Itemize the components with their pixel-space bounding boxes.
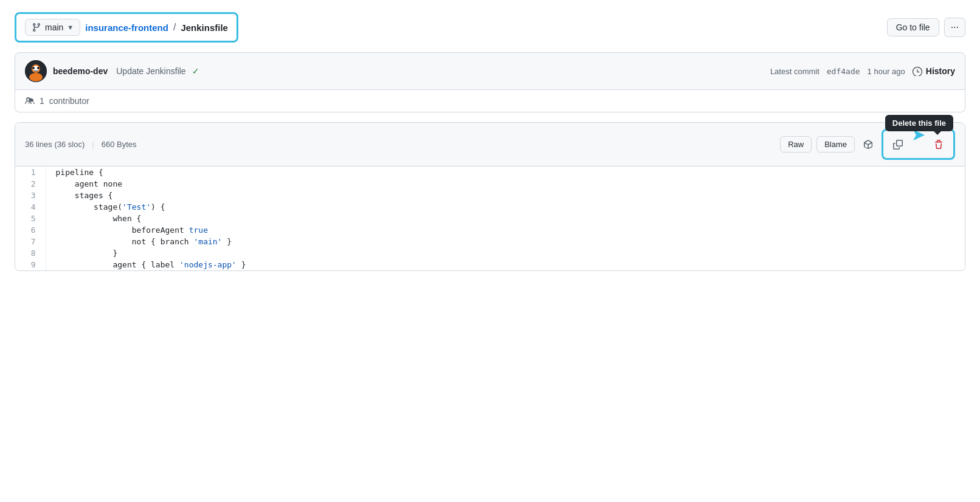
table-row: 5 when { [15, 213, 965, 224]
line-code: stage('Test') { [46, 201, 965, 213]
svg-point-4 [32, 67, 35, 69]
file-lines: 36 lines (36 sloc) [25, 140, 85, 149]
meta-separator: | [92, 140, 94, 149]
line-number: 9 [15, 259, 46, 270]
table-row: 1pipeline { [15, 167, 965, 178]
branch-icon [32, 22, 41, 32]
display-icon-button[interactable] [860, 137, 877, 152]
line-number: 2 [15, 178, 46, 190]
line-code: } [46, 247, 965, 259]
line-number: 1 [15, 167, 46, 178]
file-name: Jenkinsfile [181, 22, 228, 33]
code-area: 1pipeline {2 agent none3 stages {4 stage… [15, 167, 965, 270]
line-number: 4 [15, 201, 46, 213]
header-actions: Go to file ··· [887, 18, 965, 37]
copy-raw-button[interactable] [889, 137, 906, 152]
contributor-count: 1 [40, 96, 44, 106]
history-label: History [926, 66, 955, 76]
go-to-file-button[interactable]: Go to file [887, 18, 939, 36]
history-icon [913, 66, 922, 76]
delete-tooltip: Delete this file [885, 115, 953, 131]
table-row: 4 stage('Test') { [15, 201, 965, 213]
highlighted-actions: ➤ Delete this file [882, 129, 955, 160]
commit-bar: beedemo-dev Update Jenkinsfile ✓ Latest … [15, 52, 965, 90]
commit-right: Latest commit edf4ade 1 hour ago History [770, 66, 955, 76]
commit-time: 1 hour ago [868, 67, 905, 76]
blame-button[interactable]: Blame [816, 136, 855, 153]
delete-file-button[interactable] [930, 137, 947, 152]
contributor-bar: 1 contributor [15, 90, 965, 112]
breadcrumb-separator: / [173, 22, 176, 33]
trash-icon [934, 140, 944, 150]
contributors-icon [25, 96, 35, 106]
line-code: agent none [46, 178, 965, 190]
line-code: when { [46, 213, 965, 224]
line-number: 3 [15, 190, 46, 201]
table-row: 3 stages { [15, 190, 965, 201]
avatar [25, 60, 47, 82]
contributor-label: contributor [49, 96, 89, 106]
line-code: not { branch 'main' } [46, 236, 965, 247]
line-code: pipeline { [46, 167, 965, 178]
table-row: 8 } [15, 247, 965, 259]
line-number: 6 [15, 224, 46, 236]
history-button[interactable]: History [913, 66, 955, 76]
commit-hash[interactable]: edf4ade [827, 67, 860, 76]
header-bar: main ▼ insurance-frontend / Jenkinsfile … [15, 12, 965, 43]
file-header: 36 lines (36 sloc) | 660 Bytes Raw Blame [15, 123, 965, 167]
line-code: agent { label 'nodejs-app' } [46, 259, 965, 270]
table-row: 7 not { branch 'main' } [15, 236, 965, 247]
check-icon: ✓ [192, 66, 199, 76]
commit-message: Update Jenkinsfile [116, 66, 185, 76]
table-row: 6 beforeAgent true [15, 224, 965, 236]
raw-button[interactable]: Raw [780, 136, 812, 153]
branch-name: main [45, 22, 63, 32]
latest-commit-label: Latest commit [770, 67, 820, 76]
branch-selector[interactable]: main ▼ [25, 19, 80, 36]
code-table: 1pipeline {2 agent none3 stages {4 stage… [15, 167, 965, 270]
delete-wrapper: Delete this file [930, 137, 947, 152]
table-row: 9 agent { label 'nodejs-app' } [15, 259, 965, 270]
file-viewer: 36 lines (36 sloc) | 660 Bytes Raw Blame [15, 122, 965, 271]
line-code: stages { [46, 190, 965, 201]
table-row: 2 agent none [15, 178, 965, 190]
line-number: 8 [15, 247, 46, 259]
more-options-button[interactable]: ··· [944, 18, 965, 37]
commit-author[interactable]: beedemo-dev [53, 66, 108, 76]
commit-left: beedemo-dev Update Jenkinsfile ✓ [25, 60, 199, 82]
svg-point-2 [29, 73, 43, 81]
breadcrumb-section: main ▼ insurance-frontend / Jenkinsfile [15, 12, 238, 43]
repo-link[interactable]: insurance-frontend [85, 22, 168, 33]
line-number: 5 [15, 213, 46, 224]
line-code: beforeAgent true [46, 224, 965, 236]
svg-point-5 [37, 67, 40, 69]
display-icon [863, 140, 873, 150]
file-actions: Raw Blame [780, 129, 955, 160]
file-meta: 36 lines (36 sloc) | 660 Bytes [25, 140, 137, 149]
line-number: 7 [15, 236, 46, 247]
file-size: 660 Bytes [102, 140, 137, 149]
copy-icon [893, 140, 903, 150]
chevron-down-icon: ▼ [67, 24, 74, 31]
avatar-image [25, 60, 47, 82]
